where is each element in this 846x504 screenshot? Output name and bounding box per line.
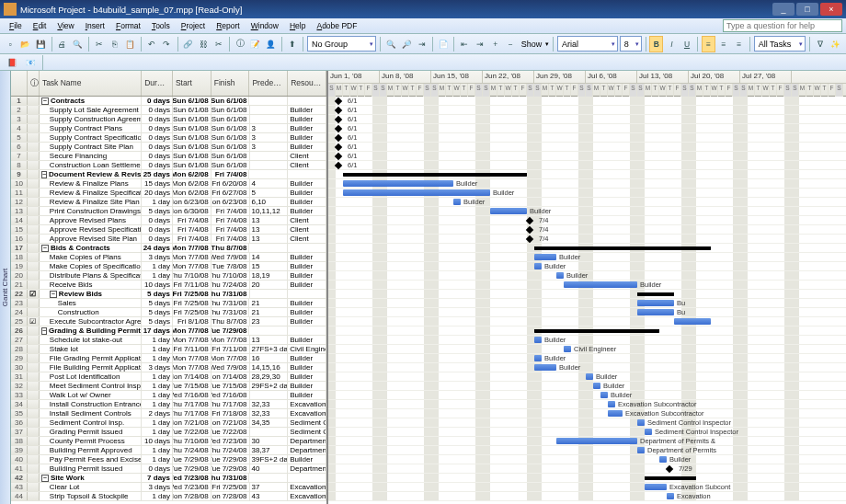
pred-cell[interactable] xyxy=(249,97,288,105)
pred-cell[interactable] xyxy=(249,170,288,178)
gantt-row[interactable]: Builder xyxy=(328,382,846,391)
row-id[interactable]: 3 xyxy=(11,115,28,123)
duration-cell[interactable]: 1 day xyxy=(142,372,173,381)
start-cell[interactable]: Fri 7/4/08 xyxy=(173,225,212,234)
res-cell[interactable]: Builder xyxy=(288,179,326,188)
week-header[interactable]: Jun 29, '08 xyxy=(534,71,586,83)
row-id[interactable]: 4 xyxy=(11,124,28,132)
table-row[interactable]: 6Supply Contract Site Plan0 daysSun 6/1/… xyxy=(11,143,326,152)
gantt-row[interactable]: 6/1 xyxy=(328,143,846,152)
start-cell[interactable]: Wed 7/16/08 xyxy=(173,391,212,399)
gantt-row[interactable]: 7/29 xyxy=(328,464,846,474)
row-id[interactable]: 37 xyxy=(11,428,28,436)
res-cell[interactable]: Builder xyxy=(288,372,326,381)
pred-cell[interactable] xyxy=(249,326,288,335)
help-input[interactable] xyxy=(723,19,842,32)
task-name-cell[interactable]: Grading Permit Issued xyxy=(40,428,142,436)
finish-cell[interactable]: Wed 7/9/08 xyxy=(212,253,250,261)
align-center-button[interactable]: ≡ xyxy=(717,36,731,52)
start-cell[interactable]: Fri 7/25/08 xyxy=(173,290,212,298)
res-cell[interactable]: Client xyxy=(288,161,326,169)
start-cell[interactable]: Mon 7/7/08 xyxy=(173,262,212,270)
pred-cell[interactable]: 30 xyxy=(250,437,289,445)
row-id[interactable]: 25 xyxy=(11,317,28,326)
finish-cell[interactable]: Thu 7/31/08 xyxy=(212,290,250,298)
duration-cell[interactable]: 0 days xyxy=(142,216,173,224)
row-id[interactable]: 40 xyxy=(11,455,28,464)
finish-cell[interactable]: Fri 7/4/08 xyxy=(212,225,250,234)
start-cell[interactable]: Fri 7/4/08 xyxy=(173,235,212,243)
gantt-row[interactable]: Builder xyxy=(328,198,846,207)
finish-cell[interactable]: Mon 7/14/08 xyxy=(212,372,250,381)
week-header[interactable]: Jun 8, '08 xyxy=(380,71,431,83)
duration-cell[interactable]: 0 days xyxy=(142,235,173,243)
task-name-cell[interactable]: File Grading Permit Application xyxy=(40,354,142,362)
res-cell[interactable]: Builder xyxy=(288,382,326,390)
gantt-row[interactable]: 7/4 xyxy=(328,225,846,235)
row-id[interactable]: 22 xyxy=(11,290,28,298)
row-id[interactable]: 12 xyxy=(11,198,28,206)
gantt-row[interactable]: Excavation xyxy=(328,492,846,501)
pred-cell[interactable]: 14,15,16 xyxy=(250,363,289,372)
start-cell[interactable]: Mon 7/7/08 xyxy=(173,336,212,344)
table-row[interactable]: 28Stake lot1 dayFri 7/11/08Fri 7/11/0827… xyxy=(11,345,326,354)
task-bar[interactable]: Sediment Control Inspector xyxy=(645,429,652,435)
start-cell[interactable]: Mon 7/7/08 xyxy=(173,253,212,261)
pred-cell[interactable]: 16 xyxy=(250,354,289,362)
task-name-cell[interactable]: Distribute Plans & Specifications xyxy=(40,271,142,280)
duration-cell[interactable]: 1 day xyxy=(142,446,173,454)
duration-cell[interactable]: 0 days xyxy=(142,124,173,132)
task-name-cell[interactable]: Clear Lot xyxy=(40,483,142,491)
save-icon[interactable]: 💾 xyxy=(34,36,48,52)
pred-cell[interactable]: 23 xyxy=(250,317,289,326)
task-bar[interactable]: Department of Permits & xyxy=(556,438,637,444)
align-left-button[interactable]: ≡ xyxy=(702,36,715,52)
task-name-cell[interactable]: Construction Loan Settlement xyxy=(40,161,142,169)
redo-icon[interactable]: ↷ xyxy=(160,36,174,52)
pdf-export-icon[interactable]: 📕 xyxy=(4,54,20,71)
duration-cell[interactable]: 10 days xyxy=(142,437,173,445)
align-right-button[interactable]: ≡ xyxy=(732,36,746,52)
duration-cell[interactable]: 5 days xyxy=(142,299,173,307)
start-cell[interactable]: Mon 6/23/08 xyxy=(173,198,212,206)
wizard-icon[interactable]: ✨ xyxy=(829,36,842,52)
gantt-row[interactable]: Builder xyxy=(328,262,846,271)
row-id[interactable]: 2 xyxy=(11,106,28,114)
task-bar[interactable]: Excavation xyxy=(667,493,674,499)
row-id[interactable]: 1 xyxy=(11,97,28,105)
finish-cell[interactable]: Wed 7/23/08 xyxy=(212,437,250,445)
pred-cell[interactable]: 32,33 xyxy=(250,400,289,408)
gantt-chart[interactable]: Jun 1, '08Jun 8, '08Jun 15, '08Jun 22, '… xyxy=(328,71,846,504)
row-id[interactable]: 29 xyxy=(11,354,28,362)
task-bar[interactable]: Builder xyxy=(343,189,490,196)
task-name-cell[interactable]: County Permit Process xyxy=(40,437,142,445)
start-cell[interactable]: Sun 6/1/08 xyxy=(173,133,212,142)
task-name-cell[interactable]: Walk Lot w/ Owner xyxy=(40,391,142,399)
finish-cell[interactable]: Mon 7/28/08 xyxy=(212,492,250,500)
duration-cell[interactable]: 0 days xyxy=(142,161,173,169)
task-bar[interactable]: Builder xyxy=(564,281,637,288)
task-bar[interactable]: Builder xyxy=(534,337,542,343)
split-icon[interactable]: ✂ xyxy=(212,36,226,52)
week-header[interactable]: Jun 22, '08 xyxy=(483,71,534,83)
start-cell[interactable]: Sun 6/1/08 xyxy=(173,97,212,105)
pred-cell[interactable]: 13 xyxy=(250,225,289,234)
col-finish[interactable]: Finish xyxy=(212,71,250,96)
pred-cell[interactable]: 38,37 xyxy=(250,446,289,454)
pred-cell[interactable]: 21 xyxy=(249,299,288,307)
pred-cell[interactable]: 6,10 xyxy=(250,198,289,206)
row-id[interactable]: 24 xyxy=(11,308,28,316)
pred-cell[interactable]: 18,19 xyxy=(250,271,289,280)
filter-combo[interactable]: All Tasks xyxy=(754,36,806,52)
gantt-row[interactable]: Builder xyxy=(328,253,846,262)
task-name-cell[interactable]: −Bids & Contracts xyxy=(40,244,142,252)
table-row[interactable]: 8Construction Loan Settlement0 daysSun 6… xyxy=(11,161,326,170)
size-combo[interactable]: 8 xyxy=(620,36,642,52)
duration-cell[interactable]: 0 days xyxy=(142,106,173,114)
res-cell[interactable]: Department of P xyxy=(288,437,326,445)
gantt-row[interactable] xyxy=(328,474,846,483)
start-cell[interactable]: Sun 6/1/08 xyxy=(173,115,212,123)
col-start[interactable]: Start xyxy=(173,71,212,96)
res-cell[interactable]: Builder xyxy=(288,299,326,307)
pred-cell[interactable]: 13 xyxy=(250,216,289,224)
